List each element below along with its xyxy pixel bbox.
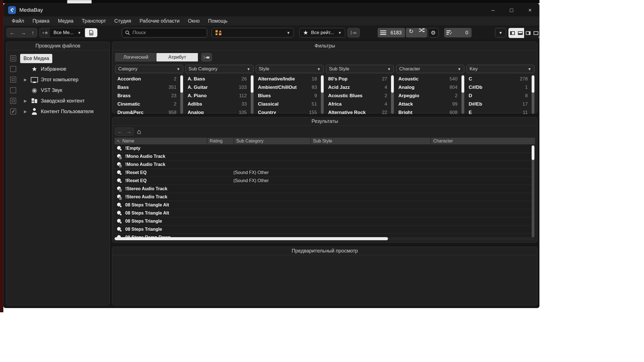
column-header-rating[interactable]: Rating	[207, 138, 233, 144]
tree-item[interactable]: ▶ Контент Пользователя	[6, 106, 110, 117]
filter-value-row[interactable]: Acid Jazz 4	[326, 83, 390, 92]
filter-column-scrollbar[interactable]	[461, 75, 464, 114]
filter-value-row[interactable]: Africa 4	[326, 100, 390, 108]
toggle-bottom-pane-button[interactable]	[516, 28, 524, 38]
menu-item[interactable]: Окно	[184, 18, 204, 24]
filter-value-row[interactable]: Alternative Rock 22	[326, 108, 390, 114]
menu-item[interactable]: Файл	[8, 18, 28, 24]
filter-column-select[interactable]: Style ▼	[256, 65, 324, 73]
search-input[interactable]: Поиск	[122, 28, 207, 37]
filter-value-row[interactable]: Arpeggio 2	[396, 92, 460, 100]
filter-value-row[interactable]: C 278	[467, 75, 531, 83]
filter-value-row[interactable]: Classical 51	[256, 100, 320, 108]
home-icon[interactable]: ⌂	[137, 128, 141, 135]
filter-column-select[interactable]: Category ▼	[115, 65, 183, 73]
result-row[interactable]: !Stereo Audio Track	[115, 193, 535, 201]
menu-item[interactable]: Студия	[110, 18, 135, 24]
results-forward-button[interactable]: →	[124, 128, 133, 135]
filter-value-row[interactable]: Analog 804	[396, 83, 460, 92]
filter-column-select[interactable]: Sub Style ▼	[326, 65, 394, 73]
column-header-sub-category[interactable]: Sub Category	[233, 138, 310, 144]
filter-value-row[interactable]: D 8	[467, 92, 531, 100]
toggle-left-pane-button[interactable]	[508, 28, 516, 38]
expand-arrow-icon[interactable]: ▶	[24, 109, 27, 114]
window-layout-dropdown-button[interactable]: ▼	[495, 28, 506, 37]
menu-item[interactable]: Транспорт	[77, 18, 110, 24]
filter-value-row[interactable]: Ambient/ChillOut 83	[256, 83, 320, 92]
tree-item-checkbox[interactable]	[10, 87, 16, 93]
filter-tab[interactable]: Атрибут	[157, 53, 198, 61]
filter-column-select[interactable]: Character ▼	[396, 65, 464, 73]
filter-value-row[interactable]: Acoustic 540	[396, 75, 460, 83]
filter-value-row[interactable]: Analog 105	[185, 108, 249, 114]
filter-value-row[interactable]: Blues 9	[256, 92, 320, 100]
filter-column-scrollbar[interactable]	[180, 75, 183, 114]
maximize-button[interactable]: □	[502, 4, 521, 16]
filter-value-row[interactable]: Bass 351	[115, 83, 179, 92]
result-row[interactable]: 08 Steps Triangle	[115, 225, 535, 234]
filter-value-row[interactable]: Bright 608	[396, 108, 460, 114]
filter-value-row[interactable]: Brass 23	[115, 92, 179, 100]
tree-item-checkbox[interactable]	[10, 98, 16, 104]
refresh-button[interactable]: ↻	[406, 28, 416, 37]
reset-attribute-filter-button[interactable]: ◀◀	[201, 53, 212, 61]
filter-value-row[interactable]: Attack 99	[396, 100, 460, 108]
filter-value-row[interactable]: Acoustic Blues 2	[326, 92, 390, 100]
minimize-button[interactable]: –	[484, 4, 502, 16]
result-row[interactable]: !Stereo Audio Track	[115, 185, 535, 193]
filter-value-row[interactable]: Drum&Perc 958	[115, 108, 179, 114]
column-header-name[interactable]: ↖ Name	[115, 138, 207, 144]
back-button[interactable]: ←	[10, 30, 15, 36]
forward-button[interactable]: →	[20, 30, 26, 36]
filter-value-row[interactable]: 80's Pop 27	[326, 75, 390, 83]
expand-arrow-icon[interactable]: ▶	[24, 77, 27, 82]
menu-item[interactable]: Медиа	[54, 18, 77, 24]
filter-value-row[interactable]: Accordion 2	[115, 75, 179, 83]
tree-item-checkbox[interactable]	[10, 108, 16, 115]
result-row[interactable]: !Mono Audio Track	[115, 161, 535, 169]
filter-value-row[interactable]: E 11	[467, 108, 531, 114]
column-header-character[interactable]: Character	[430, 138, 535, 144]
filter-value-row[interactable]: Country 155	[256, 108, 320, 114]
result-row[interactable]: !Empty	[115, 144, 535, 153]
filter-value-row[interactable]: D#/Eb 17	[467, 100, 531, 108]
tree-item[interactable]: ▶ Заводской контент	[6, 96, 110, 106]
results-back-button[interactable]: ←	[115, 128, 124, 135]
toggle-right-pane-button[interactable]	[524, 28, 532, 38]
filter-column-select[interactable]: Key ▼	[467, 65, 534, 73]
result-row[interactable]: !Mono Audio Track	[115, 153, 535, 161]
result-row[interactable]: !Reset EQ (Sound FX) Other	[115, 169, 535, 177]
file-browser-toggle-button[interactable]	[85, 28, 97, 37]
media-types-select[interactable]: ▼	[212, 28, 294, 37]
preset-scope-select[interactable]: Все Ме... ▼	[50, 28, 84, 37]
expand-arrow-icon[interactable]: ▶	[24, 99, 27, 103]
filter-column-select[interactable]: Sub Category ▼	[185, 65, 253, 73]
filter-value-row[interactable]: Cinematic 2	[115, 100, 179, 108]
filter-value-row[interactable]: A. Piano 112	[185, 92, 249, 100]
tree-item[interactable]: ▶ Этот компьютер	[6, 74, 110, 85]
tree-item[interactable]: ▶ VST Звук	[6, 85, 110, 96]
up-button[interactable]: ↑	[31, 30, 34, 36]
result-row[interactable]: 08 Steps Triangle	[115, 217, 535, 225]
menu-item[interactable]: Правка	[28, 18, 54, 24]
result-row[interactable]: 08 Steps Triangle Alt	[115, 209, 535, 217]
tree-item-checkbox[interactable]	[10, 55, 16, 61]
column-header-sub-style[interactable]: Sub Style	[310, 138, 430, 144]
menu-item[interactable]: Помощь	[204, 18, 232, 24]
tree-item[interactable]: ▶ Избранное	[6, 64, 110, 74]
shuffle-button[interactable]	[416, 28, 427, 37]
filter-value-row[interactable]: A. Guitar 103	[185, 83, 249, 92]
results-vertical-scrollbar[interactable]	[532, 145, 534, 238]
filter-column-scrollbar[interactable]	[391, 75, 394, 114]
tree-item-checkbox[interactable]	[10, 77, 16, 83]
mediabay-settings-button[interactable]: ⚙	[428, 28, 439, 37]
reset-filter-button[interactable]: ◀◀	[347, 28, 360, 37]
filter-value-row[interactable]: A. Bass 26	[185, 75, 249, 83]
filter-value-row[interactable]: Adlibs 33	[185, 100, 249, 108]
filter-value-row[interactable]: C#/Db 1	[467, 83, 531, 92]
results-horizontal-scrollbar[interactable]	[115, 237, 535, 240]
filter-tab[interactable]: Логический	[115, 53, 157, 61]
tree-item[interactable]: ▶ Все Медиа	[6, 53, 110, 64]
filter-column-scrollbar[interactable]	[321, 75, 324, 114]
rating-filter-select[interactable]: ★ Все рейт... ▼	[299, 28, 345, 37]
